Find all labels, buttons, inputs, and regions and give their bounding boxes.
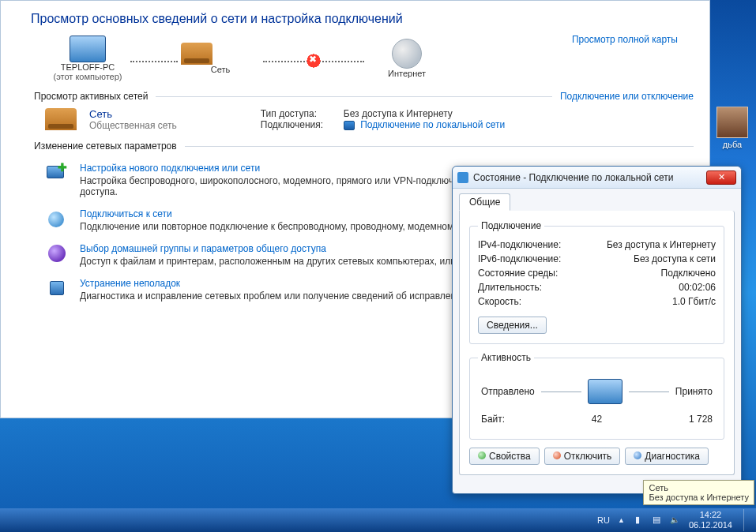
new-connection-icon: ✚ xyxy=(45,163,69,185)
desktop-icon-pic xyxy=(717,107,748,138)
active-networks-title: Просмотр активных сетей xyxy=(34,91,148,102)
network-category-icon xyxy=(45,108,77,130)
tray-overflow-icon[interactable] xyxy=(618,515,629,526)
globe-icon xyxy=(392,39,422,69)
network-tray-icon[interactable] xyxy=(653,515,664,526)
diagnose-button-label: Диагностика xyxy=(645,451,700,462)
network-name[interactable]: Сеть xyxy=(89,108,177,120)
map-node-network: Сеть xyxy=(181,43,260,74)
access-type-value: Без доступа к Интернету xyxy=(344,108,453,119)
close-button[interactable]: ✕ xyxy=(706,170,736,185)
clock-date: 06.12.2014 xyxy=(689,520,732,530)
desktop-icon-label: дьба xyxy=(713,140,751,149)
ipv4-value: Без доступа к Интернету xyxy=(607,239,716,250)
properties-button[interactable]: Свойства xyxy=(469,448,540,465)
disable-button-label: Отключить xyxy=(564,451,612,462)
activity-row: Отправлено Принято xyxy=(481,379,713,404)
ipv6-label: IPv6-подключение: xyxy=(478,253,561,264)
tooltip-line2: Без доступа к Интернету xyxy=(649,493,749,502)
desktop-icon[interactable]: дьба xyxy=(713,107,751,149)
connection-group-title: Подключение xyxy=(478,220,544,231)
activity-group: Активность Отправлено Принято Байт: 42 1… xyxy=(469,352,724,440)
system-tray xyxy=(618,515,681,526)
connection-link-text: Подключение по локальной сети xyxy=(360,119,505,130)
taskbar: RU 14:22 06.12.2014 xyxy=(0,508,756,532)
dialog-title: Состояние - Подключение по локальной сет… xyxy=(473,172,706,183)
dialog-titlebar[interactable]: Состояние - Подключение по локальной сет… xyxy=(453,167,741,189)
network-details: Тип доступа: Без доступа к Интернету Под… xyxy=(261,108,505,130)
dialog-button-row: Свойства Отключить Диагностика xyxy=(469,448,724,465)
disable-button[interactable]: Отключить xyxy=(544,448,621,465)
connection-group: Подключение IPv4-подключение:Без доступа… xyxy=(469,220,724,344)
activity-group-title: Активность xyxy=(478,352,534,363)
media-state-value: Подключено xyxy=(661,268,716,279)
details-button[interactable]: Сведения... xyxy=(478,317,547,334)
connection-link[interactable]: Подключение по локальной сети xyxy=(344,119,505,130)
map-pc-sublabel: (этот компьютер) xyxy=(48,72,127,81)
adapter-icon xyxy=(344,121,355,130)
tab-body: Подключение IPv4-подключение:Без доступа… xyxy=(459,211,735,475)
access-type-label: Тип доступа: xyxy=(261,108,336,119)
battery-icon[interactable] xyxy=(635,515,646,526)
map-link-3 xyxy=(317,61,364,62)
task-desc-troubleshoot: Диагностика и исправление сетевых пробле… xyxy=(80,290,469,302)
tooltip-line1: Сеть xyxy=(649,483,749,493)
duration-label: Длительность: xyxy=(478,282,542,293)
map-node-internet: Интернет xyxy=(367,39,446,78)
change-settings-title: Изменение сетевых параметров xyxy=(34,140,177,152)
map-link-2 xyxy=(263,61,310,62)
ipv4-label: IPv4-подключение: xyxy=(478,239,561,250)
bytes-sent: 42 xyxy=(592,414,602,425)
map-network-label: Сеть xyxy=(181,65,260,74)
language-indicator[interactable]: RU xyxy=(597,515,610,525)
clock-time: 14:22 xyxy=(689,510,732,520)
bytes-row: Байт: 42 1 728 xyxy=(481,414,713,425)
sent-label: Отправлено xyxy=(481,386,535,397)
speed-label: Скорость: xyxy=(478,296,521,307)
bytes-received: 1 728 xyxy=(689,414,713,425)
map-node-pc: TEPLOFF-PC (этот компьютер) xyxy=(48,36,127,81)
change-settings-header: Изменение сетевых параметров xyxy=(34,140,694,152)
connections-label: Подключения: xyxy=(261,119,336,130)
network-tray-tooltip: Сеть Без доступа к Интернету xyxy=(643,480,754,505)
media-state-label: Состояние среды: xyxy=(478,268,558,279)
active-networks-header: Просмотр активных сетей Подключение или … xyxy=(34,91,694,102)
connection-status-dialog: Состояние - Подключение по локальной сет… xyxy=(452,166,742,494)
page-title: Просмотр основных сведений о сети и наст… xyxy=(31,12,694,26)
map-link-1 xyxy=(130,61,178,62)
homegroup-icon xyxy=(45,243,69,265)
map-pc-label: TEPLOFF-PC xyxy=(48,62,127,72)
map-internet-label: Интернет xyxy=(367,69,446,78)
speed-value: 1.0 Гбит/с xyxy=(672,296,716,307)
tab-strip: Общие xyxy=(453,189,741,211)
duration-value: 00:02:06 xyxy=(679,282,716,293)
troubleshoot-icon xyxy=(45,278,69,300)
bench-icon xyxy=(181,43,213,65)
ipv6-value: Без доступа к сети xyxy=(634,253,716,264)
received-label: Принято xyxy=(675,386,713,397)
volume-icon[interactable] xyxy=(670,515,681,526)
tab-general[interactable]: Общие xyxy=(459,193,510,211)
properties-button-label: Свойства xyxy=(489,451,531,462)
active-network-row: Сеть Общественная сеть Тип доступа: Без … xyxy=(45,108,694,131)
connect-disconnect-link[interactable]: Подключение или отключение xyxy=(560,91,694,102)
diagnose-button[interactable]: Диагностика xyxy=(625,448,709,465)
adapter-icon xyxy=(457,172,468,183)
taskbar-clock[interactable]: 14:22 06.12.2014 xyxy=(689,510,732,530)
connect-network-icon xyxy=(45,208,69,230)
activity-monitor-icon xyxy=(588,379,622,404)
computer-icon xyxy=(70,36,106,62)
show-desktop-button[interactable] xyxy=(743,509,751,531)
network-map: TEPLOFF-PC (этот компьютер) Сеть Интерне… xyxy=(48,36,694,81)
network-type[interactable]: Общественная сеть xyxy=(89,120,177,131)
bytes-label: Байт: xyxy=(481,414,505,425)
